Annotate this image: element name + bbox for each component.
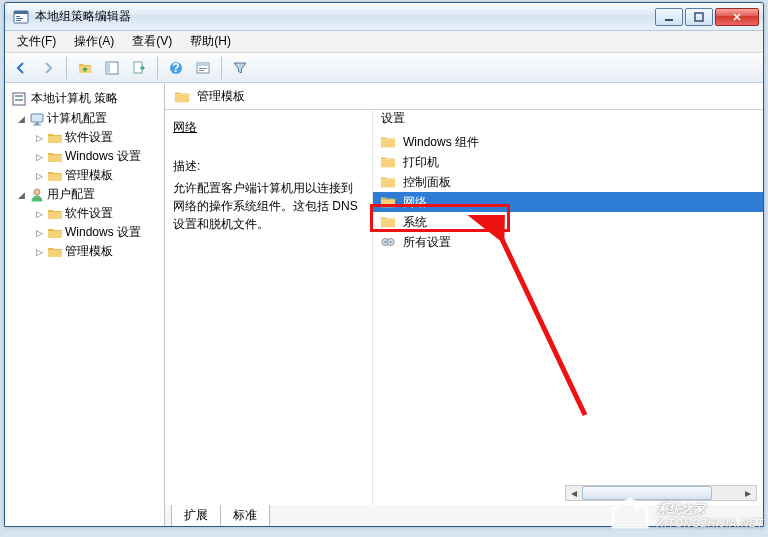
folder-icon — [379, 194, 397, 210]
collapse-icon[interactable]: ◢ — [15, 189, 27, 201]
list-item-label: 系统 — [403, 214, 427, 231]
window-buttons — [653, 8, 759, 26]
app-window: 本地组策略编辑器 文件(F) 操作(A) 查看(V) 帮助(H) ? — [4, 2, 764, 527]
tree-label: Windows 设置 — [65, 224, 141, 241]
list-item[interactable]: 所有设置 — [373, 232, 763, 252]
content-pane: 管理模板 网络 描述: 允许配置客户端计算机用以连接到网络的操作系统组件。这包括… — [165, 84, 763, 526]
tree-panel[interactable]: 本地计算机 策略 ◢ 计算机配置 ▷ 软件设置 ▷ — [5, 84, 165, 526]
tab-standard[interactable]: 标准 — [220, 505, 270, 526]
content-header: 管理模板 — [165, 84, 763, 110]
tree-label: Windows 设置 — [65, 148, 141, 165]
forward-button[interactable] — [36, 56, 60, 80]
app-icon — [13, 9, 29, 25]
expand-icon[interactable]: ▷ — [33, 170, 45, 182]
folder-icon — [47, 225, 63, 241]
expand-icon[interactable]: ▷ — [33, 208, 45, 220]
list-item[interactable]: 系统 — [373, 212, 763, 232]
tree-root[interactable]: 本地计算机 策略 — [9, 88, 164, 109]
toolbar-separator — [157, 57, 158, 79]
expand-icon[interactable]: ▷ — [33, 151, 45, 163]
filter-button[interactable] — [228, 56, 252, 80]
properties-button[interactable] — [191, 56, 215, 80]
folder-icon — [47, 149, 63, 165]
folder-icon — [47, 168, 63, 184]
folder-icon — [47, 130, 63, 146]
list-item[interactable]: Windows 组件 — [373, 132, 763, 152]
content-body: 网络 描述: 允许配置客户端计算机用以连接到网络的操作系统组件。这包括 DNS … — [165, 110, 763, 505]
menu-file[interactable]: 文件(F) — [9, 31, 64, 52]
client-area: 本地计算机 策略 ◢ 计算机配置 ▷ 软件设置 ▷ — [5, 83, 763, 526]
list-item[interactable]: 控制面板 — [373, 172, 763, 192]
tree-label: 软件设置 — [65, 129, 113, 146]
svg-point-22 — [34, 189, 40, 195]
folder-icon — [47, 206, 63, 222]
scroll-left-button[interactable]: ◂ — [566, 486, 582, 500]
tab-extended[interactable]: 扩展 — [171, 505, 221, 526]
expand-icon[interactable]: ▷ — [33, 227, 45, 239]
scroll-track[interactable] — [582, 486, 740, 500]
user-icon — [29, 187, 45, 203]
list-item-label: Windows 组件 — [403, 134, 479, 151]
svg-text:?: ? — [172, 61, 179, 75]
help-button[interactable]: ? — [164, 56, 188, 80]
expand-icon[interactable]: ▷ — [33, 246, 45, 258]
tree-node-windows[interactable]: ▷ Windows 设置 — [33, 223, 164, 242]
folder-icon — [47, 244, 63, 260]
export-list-button[interactable] — [127, 56, 151, 80]
list-item[interactable]: 打印机 — [373, 152, 763, 172]
svg-rect-14 — [199, 68, 207, 69]
tree-node-user-config[interactable]: ◢ 用户配置 — [15, 185, 164, 204]
tree-node-software[interactable]: ▷ 软件设置 — [33, 128, 164, 147]
tree-node-windows[interactable]: ▷ Windows 设置 — [33, 147, 164, 166]
menu-action[interactable]: 操作(A) — [66, 31, 122, 52]
folder-icon — [379, 134, 397, 150]
up-level-button[interactable] — [73, 56, 97, 80]
show-hide-tree-button[interactable] — [100, 56, 124, 80]
policy-icon — [11, 91, 27, 107]
description-column: 网络 描述: 允许配置客户端计算机用以连接到网络的操作系统组件。这包括 DNS … — [165, 111, 373, 505]
svg-rect-3 — [16, 18, 23, 19]
svg-rect-1 — [14, 11, 28, 14]
toolbar-separator — [221, 57, 222, 79]
list-item[interactable]: 网络 — [373, 192, 763, 212]
title-bar: 本地组策略编辑器 — [5, 3, 763, 31]
tree-node-templates[interactable]: ▷ 管理模板 — [33, 166, 164, 185]
expand-icon[interactable]: ▷ — [33, 132, 45, 144]
svg-rect-19 — [31, 114, 43, 122]
scroll-thumb[interactable] — [582, 486, 712, 500]
window-title: 本地组策略编辑器 — [35, 8, 653, 25]
settings-list[interactable]: Windows 组件打印机控制面板网络系统所有设置 — [373, 129, 763, 505]
folder-icon — [379, 154, 397, 170]
svg-point-24 — [384, 241, 386, 243]
tree-label: 用户配置 — [47, 186, 95, 203]
settings-header: 设置 — [373, 111, 763, 129]
folder-icon — [379, 214, 397, 230]
horizontal-scrollbar[interactable]: ◂ ▸ — [565, 485, 757, 501]
svg-rect-4 — [16, 20, 21, 21]
toolbar-separator — [66, 57, 67, 79]
minimize-button[interactable] — [655, 8, 683, 26]
close-button[interactable] — [715, 8, 759, 26]
settings-header-label: 设置 — [381, 110, 405, 129]
computer-icon — [29, 111, 45, 127]
menu-view[interactable]: 查看(V) — [124, 31, 180, 52]
svg-rect-13 — [197, 63, 209, 66]
scroll-right-button[interactable]: ▸ — [740, 486, 756, 500]
collapse-icon[interactable]: ◢ — [15, 113, 27, 125]
tree-node-computer-config[interactable]: ◢ 计算机配置 — [15, 109, 164, 128]
tree-label: 计算机配置 — [47, 110, 107, 127]
svg-rect-2 — [16, 16, 20, 17]
back-button[interactable] — [9, 56, 33, 80]
tree-label: 软件设置 — [65, 205, 113, 222]
list-item-label: 打印机 — [403, 154, 439, 171]
maximize-button[interactable] — [685, 8, 713, 26]
settings-icon — [379, 234, 397, 250]
menu-help[interactable]: 帮助(H) — [182, 31, 239, 52]
description-text: 允许配置客户端计算机用以连接到网络的操作系统组件。这包括 DNS 设置和脱机文件… — [173, 179, 362, 233]
list-item-label: 控制面板 — [403, 174, 451, 191]
tree-node-templates[interactable]: ▷ 管理模板 — [33, 242, 164, 261]
view-tabs: 扩展 标准 — [165, 504, 763, 526]
tree-node-software[interactable]: ▷ 软件设置 — [33, 204, 164, 223]
svg-rect-8 — [106, 62, 110, 74]
svg-rect-17 — [15, 95, 23, 97]
